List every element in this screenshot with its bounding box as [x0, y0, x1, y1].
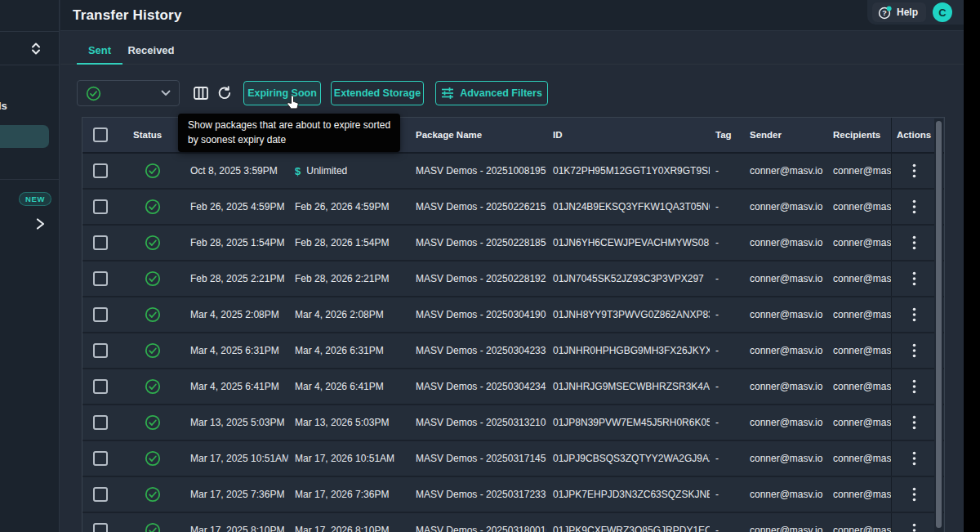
tag-value: - — [710, 441, 742, 476]
app-window: ls NEW Transfer History ? Help C Sent Re… — [0, 0, 964, 532]
row-actions-menu-icon[interactable] — [912, 235, 916, 250]
row-actions-menu-icon[interactable] — [912, 163, 916, 178]
recipients-email: conner@masv.io — [826, 190, 891, 224]
table-row[interactable]: Oct 8, 2025 3:59PM $Unlimited MASV Demos… — [82, 154, 944, 190]
row-actions-menu-icon[interactable] — [912, 343, 916, 358]
expiring-soon-button[interactable]: Expiring Soon — [243, 81, 321, 105]
select-all-checkbox[interactable] — [93, 127, 108, 142]
col-recipients[interactable]: Recipients — [826, 118, 891, 152]
tab-received[interactable]: Received — [129, 37, 173, 64]
row-actions-menu-icon[interactable] — [912, 199, 916, 214]
row-checkbox[interactable] — [93, 163, 108, 178]
table-row[interactable]: Feb 28, 2025 2:21PM $Feb 28, 2026 2:21PM… — [82, 262, 944, 297]
columns-icon[interactable] — [193, 85, 209, 101]
sent-date: Feb 26, 2025 4:59PM — [184, 190, 288, 224]
row-status — [122, 477, 184, 512]
sent-date: Oct 8, 2025 3:59PM — [184, 154, 288, 188]
tab-sent[interactable]: Sent — [77, 37, 122, 64]
expiry-date-text: Mar 4, 2026 6:31PM — [295, 345, 384, 356]
row-checkbox[interactable] — [93, 307, 108, 322]
row-status — [122, 333, 184, 368]
expiry-date: $Mar 4, 2026 6:41PM — [288, 369, 406, 404]
help-button[interactable]: ? Help — [872, 2, 926, 22]
status-success-icon — [145, 522, 161, 532]
user-avatar[interactable]: C — [933, 2, 952, 22]
package-name: MASV Demos - 202503180010 — [406, 513, 546, 532]
row-checkbox[interactable] — [93, 271, 108, 286]
row-actions-menu-icon[interactable] — [912, 451, 916, 466]
row-actions-menu-icon[interactable] — [912, 271, 916, 286]
extended-storage-button[interactable]: Extended Storage — [331, 81, 424, 105]
row-actions-menu-icon[interactable] — [912, 307, 916, 322]
sidebar: ls NEW — [0, 0, 60, 532]
package-name: MASV Demos - 202503171451 — [406, 441, 546, 476]
expiry-date: $Feb 26, 2026 4:59PM — [288, 190, 406, 224]
row-checkbox[interactable] — [93, 415, 108, 430]
tag-value: - — [710, 154, 742, 188]
tag-value: - — [710, 369, 742, 404]
row-checkbox[interactable] — [93, 343, 108, 358]
table-row[interactable]: Mar 17, 2025 10:51AM $Mar 17, 2026 10:51… — [82, 441, 944, 477]
table-row[interactable]: Feb 26, 2025 4:59PM $Feb 26, 2026 4:59PM… — [82, 190, 944, 226]
status-success-icon — [145, 378, 161, 395]
package-id: 01JN24B9EKSQ3YFKW1QA3T05N0 — [546, 190, 710, 224]
sent-date: Mar 17, 2025 8:10PM — [184, 513, 288, 532]
row-checkbox[interactable] — [93, 235, 108, 250]
col-sender[interactable]: Sender — [742, 118, 826, 152]
sender-email: conner@masv.io — [742, 369, 826, 404]
sent-date: Feb 28, 2025 2:21PM — [184, 262, 288, 296]
package-id: 01K72PH95M12GGT1Y0XR9GT9SK — [546, 154, 710, 188]
expiry-date-text: Mar 17, 2026 10:51AM — [295, 453, 394, 464]
status-filter-select[interactable] — [77, 80, 180, 106]
col-tag[interactable]: Tag — [710, 118, 742, 152]
table-row[interactable]: Mar 13, 2025 5:03PM $Mar 13, 2026 5:03PM… — [82, 405, 944, 441]
table-row[interactable]: Mar 4, 2025 6:31PM $Mar 4, 2026 6:31PM M… — [82, 333, 944, 369]
sender-email: conner@masv.io — [742, 226, 826, 260]
row-status — [122, 369, 184, 404]
col-id[interactable]: ID — [546, 118, 710, 152]
row-checkbox[interactable] — [93, 487, 108, 502]
row-status — [122, 262, 184, 296]
expiry-date-text: Mar 17, 2026 7:36PM — [295, 489, 389, 500]
col-status[interactable]: Status — [122, 118, 184, 152]
row-checkbox[interactable] — [93, 199, 108, 214]
new-badge: NEW — [19, 192, 51, 206]
table-row[interactable]: Feb 28, 2025 1:54PM $Feb 28, 2026 1:54PM… — [82, 226, 944, 262]
expiry-date-text: Mar 13, 2026 5:03PM — [295, 417, 389, 428]
status-success-icon — [145, 163, 161, 179]
sender-email: conner@masv.io — [742, 441, 826, 476]
package-name: MASV Demos - 202502262159 — [406, 190, 546, 224]
advanced-filters-button[interactable]: Advanced Filters — [435, 81, 548, 105]
expiry-date-text: Mar 4, 2026 6:41PM — [295, 381, 384, 392]
row-actions-menu-icon[interactable] — [912, 379, 916, 394]
row-checkbox[interactable] — [93, 523, 108, 532]
table-row[interactable]: Mar 17, 2025 8:10PM $Mar 17, 2026 8:10PM… — [82, 513, 944, 532]
sent-date: Mar 17, 2025 10:51AM — [184, 441, 288, 476]
tag-value: - — [710, 405, 742, 440]
table-row[interactable]: Mar 4, 2025 2:08PM $Mar 4, 2026 2:08PM M… — [82, 297, 944, 333]
sidebar-divider — [0, 31, 60, 32]
package-name: MASV Demos - 202503042341 — [406, 369, 546, 404]
status-success-icon — [145, 235, 161, 251]
table-scrollbar[interactable] — [936, 121, 942, 528]
refresh-icon[interactable] — [216, 85, 233, 101]
sidebar-item-selected[interactable] — [0, 125, 49, 148]
row-actions-menu-icon[interactable] — [912, 523, 916, 532]
row-actions-menu-icon[interactable] — [912, 415, 916, 430]
table-row[interactable]: Mar 4, 2025 6:41PM $Mar 4, 2026 6:41PM M… — [82, 369, 944, 405]
col-package-name[interactable]: Package Name — [406, 118, 546, 152]
sent-date: Mar 4, 2025 6:31PM — [184, 333, 288, 368]
table-row[interactable]: Mar 17, 2025 7:36PM $Mar 17, 2026 7:36PM… — [82, 477, 944, 513]
row-checkbox[interactable] — [93, 379, 108, 394]
workspace-switcher-icon[interactable] — [29, 42, 42, 59]
status-success-icon — [145, 414, 161, 431]
topbar: Transfer History ? Help C — [60, 0, 964, 31]
sender-email: conner@masv.io — [742, 297, 826, 332]
row-actions-menu-icon[interactable] — [912, 487, 916, 502]
recipients-email: conner@masv.io — [826, 154, 891, 188]
row-checkbox[interactable] — [93, 451, 108, 466]
expiry-date: $Mar 17, 2026 8:10PM — [288, 513, 406, 532]
sent-date: Feb 28, 2025 1:54PM — [184, 226, 288, 260]
sidebar-expand-icon[interactable] — [34, 217, 46, 235]
sender-email: conner@masv.io — [742, 262, 826, 296]
